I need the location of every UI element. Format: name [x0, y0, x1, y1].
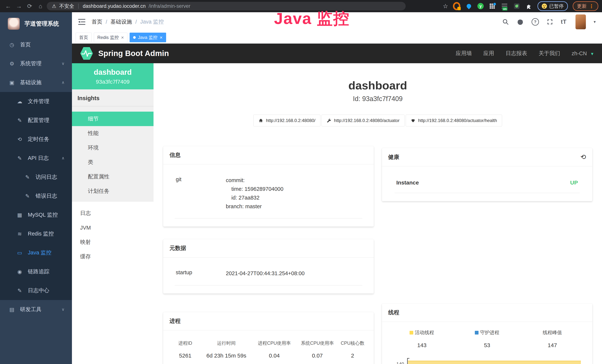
search-icon[interactable]: [502, 19, 509, 25]
collapse-menu-icon[interactable]: [78, 19, 85, 25]
extension-pin-icon[interactable]: [465, 2, 473, 10]
active-dot-icon: [133, 36, 136, 39]
sba-item-environment[interactable]: 环境: [72, 140, 153, 155]
sidebar-item-tracing[interactable]: ◉ 链路追踪: [0, 262, 72, 281]
url-path[interactable]: /infra/admin-server: [149, 3, 190, 9]
sba-item-scheduled-tasks[interactable]: 计划任务: [72, 184, 153, 198]
chrome-update-button[interactable]: 更新 ⋮: [573, 1, 598, 11]
sidebar-item-dev-tools[interactable]: ▤ 研发工具 ∨: [0, 300, 72, 319]
url-host[interactable]: dashboard.yudao.iocoder.cn: [83, 3, 146, 9]
address-bar[interactable]: ⚠ 不安全 dashboard.yudao.iocoder.cn/infra/a…: [47, 2, 406, 11]
browser-menu-icon[interactable]: ⋮: [589, 3, 594, 9]
not-secure-warning-icon: ⚠: [52, 3, 56, 9]
edit-icon: ✎: [16, 117, 24, 124]
home-icon: [258, 118, 263, 123]
tag-java-monitor[interactable]: Java 监控 ×: [129, 33, 166, 42]
process-card-title: 进程: [163, 312, 374, 331]
browser-back-icon[interactable]: ←: [4, 3, 13, 10]
sidebar-item-config-manage[interactable]: ✎ 配置管理: [0, 111, 72, 130]
tags-view: 首页 Redis 监控 × Java 监控 ×: [72, 32, 602, 43]
sidebar-item-system[interactable]: ⚙ 系统管理 ∨: [0, 54, 72, 73]
github-icon[interactable]: [517, 18, 524, 25]
sba-item-logs[interactable]: 日志: [72, 206, 153, 221]
tag-home[interactable]: 首页: [76, 33, 92, 42]
browser-home-icon[interactable]: ⌂: [36, 3, 45, 10]
paused-chip[interactable]: 已暂停: [538, 1, 568, 11]
instance-home-link[interactable]: http://192.168.0.2:48080/: [253, 115, 320, 127]
sidebar-item-scheduled-jobs[interactable]: ⟲ 定时任务: [0, 130, 72, 149]
avatar-caret-icon[interactable]: ▾: [594, 20, 596, 24]
sba-title[interactable]: Spring Boot Admin: [98, 49, 169, 58]
app-logo-row: 芋道管理系统: [0, 12, 72, 35]
sba-content: dashboard Id: 93a3fc7f7409 http://192.16…: [153, 63, 602, 364]
sba-insights-group: Insights 细节 性能 环境 类 配置属性 计划任务: [72, 89, 153, 202]
sidebar-item-infra[interactable]: ▣ 基础设施 ∧: [0, 73, 72, 92]
log-icon: ✎: [23, 174, 32, 180]
health-instance-row[interactable]: Instance UP: [395, 176, 580, 193]
user-avatar[interactable]: [575, 14, 586, 29]
sba-app-header[interactable]: dashboard 93a3fc7f7409: [72, 63, 153, 89]
extension-y-icon[interactable]: y: [477, 3, 484, 9]
y-tick-label: 140: [396, 361, 404, 364]
health-status-badge: UP: [570, 180, 578, 186]
database-icon: ▦: [16, 212, 24, 218]
sba-plain-items: 日志 JVM 映射 缓存: [72, 202, 153, 264]
sidebar-item-error-log[interactable]: ✎ 错误日志: [0, 187, 72, 205]
sidebar-item-redis-monitor[interactable]: ≋ Redis 监控: [0, 224, 72, 243]
sba-item-classes[interactable]: 类: [72, 155, 153, 170]
sba-item-jvm[interactable]: JVM: [72, 221, 153, 235]
legend-daemon-threads: 守护进程 53: [454, 329, 520, 348]
sba-item-config-props[interactable]: 配置属性: [72, 170, 153, 184]
sba-item-details[interactable]: 细节: [72, 112, 153, 126]
sba-nav-applications[interactable]: 应用: [483, 50, 494, 57]
cards-right-column: 健康 ⟲ Instance UP: [382, 146, 592, 364]
sidebar-item-mysql-monitor[interactable]: ▦ MySQL 监控: [0, 205, 72, 224]
font-size-icon[interactable]: tT: [561, 19, 567, 25]
sba-nav-wallboard[interactable]: 应用墙: [456, 50, 472, 57]
fullscreen-icon[interactable]: [547, 19, 553, 25]
annotation-java-monitor: Java 监控: [274, 8, 350, 30]
not-secure-label[interactable]: 不安全: [59, 3, 74, 10]
sidebar-item-home[interactable]: ◷ 首页: [0, 35, 72, 54]
spring-boot-admin-logo-icon: [80, 47, 93, 60]
breadcrumb-home[interactable]: 首页: [92, 18, 102, 26]
sba-item-metrics[interactable]: 性能: [72, 126, 153, 140]
instance-actuator-link[interactable]: http://192.168.0.2:48080/actuator: [322, 115, 405, 127]
close-icon[interactable]: ×: [160, 35, 163, 40]
process-table-values: 5261 6d 23h 15m 59s 0.04 0.07 2: [171, 348, 366, 360]
close-icon[interactable]: ×: [121, 35, 124, 40]
cards-grid: 信息 git commit: time: 1596289704000 id: 2…: [153, 146, 602, 364]
extension-plant-icon[interactable]: [513, 2, 520, 10]
browser-forward-icon[interactable]: →: [14, 3, 23, 10]
sba-nav-journal[interactable]: 日志报表: [505, 50, 527, 57]
sidebar-item-java-monitor[interactable]: ▭ Java 监控: [0, 243, 72, 262]
tag-redis-monitor[interactable]: Redis 监控 ×: [94, 33, 127, 42]
sba-language-select[interactable]: zh-CN ▼: [572, 50, 594, 57]
help-icon[interactable]: ?: [532, 18, 539, 26]
history-icon[interactable]: ⟲: [580, 153, 586, 161]
sidebar-item-access-log[interactable]: ✎ 访问日志: [0, 168, 72, 187]
extension-switch-icon[interactable]: on: [501, 2, 508, 10]
instance-health-link[interactable]: http://192.168.0.2:48080/actuator/health: [406, 115, 502, 127]
browser-reload-icon[interactable]: ⟳: [25, 3, 34, 10]
metadata-value: 2021-04-27T00:44:31.254+08:00: [226, 269, 305, 278]
sba-item-caches[interactable]: 缓存: [72, 249, 153, 264]
legend-peak-threads: 线程峰值 147: [520, 329, 585, 348]
breadcrumb-infra[interactable]: 基础设施: [110, 18, 132, 26]
breadcrumb-current: Java 监控: [140, 18, 164, 26]
chart-plot-area: [407, 358, 581, 364]
extension-csdn-icon[interactable]: [453, 2, 460, 10]
sba-nav-about[interactable]: 关于我们: [538, 50, 560, 57]
sba-item-mappings[interactable]: 映射: [72, 235, 153, 249]
sidebar-item-file-manage[interactable]: ☁ 文件管理: [0, 92, 72, 111]
extension-grid-icon[interactable]: [489, 2, 496, 10]
extensions-puzzle-icon[interactable]: [525, 2, 533, 10]
info-value: commit: time: 1596289704000 id: 27aa832 …: [226, 176, 283, 211]
chevron-up-icon: ∧: [62, 156, 64, 161]
metadata-card-title: 元数据: [163, 239, 374, 257]
threads-area-chart: 140 120 100: [389, 358, 585, 364]
sidebar-item-api-log[interactable]: ✎ API 日志 ∧: [0, 149, 72, 168]
app-window: 芋道管理系统 ◷ 首页 ⚙ 系统管理 ∨ ▣ 基础设施 ∧ ☁ 文件管理 ✎ 配…: [0, 12, 602, 364]
bookmark-star-icon[interactable]: ☆: [443, 3, 448, 10]
sidebar-item-log-center[interactable]: ✎ 日志中心: [0, 281, 72, 300]
